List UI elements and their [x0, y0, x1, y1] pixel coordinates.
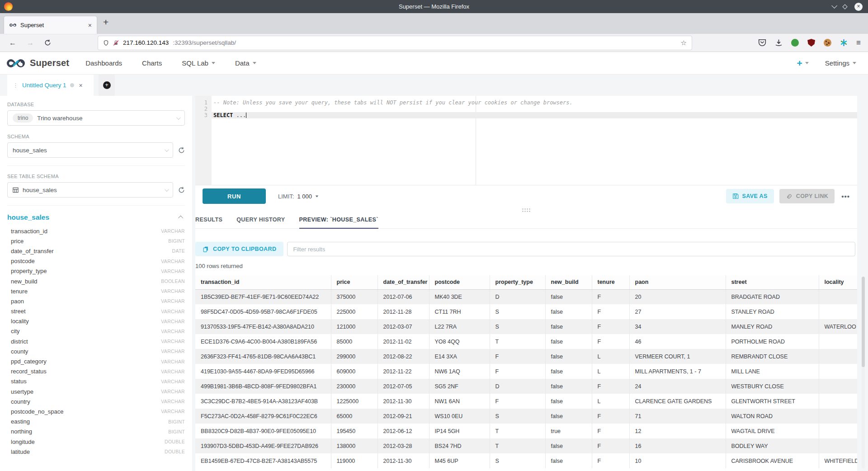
- schema-column-row[interactable]: record_status VARCHAR: [7, 367, 185, 377]
- table-cell: false: [545, 394, 592, 409]
- run-button[interactable]: RUN: [203, 188, 266, 204]
- schema-column-row[interactable]: status VARCHAR: [7, 377, 185, 386]
- schema-column-row[interactable]: street VARCHAR: [7, 306, 185, 316]
- schema-column-row[interactable]: district VARCHAR: [7, 336, 185, 346]
- table-cell: BODLEY WAY: [726, 438, 819, 453]
- refresh-schemas-icon[interactable]: [178, 147, 185, 154]
- plus-icon: +: [797, 58, 802, 69]
- column-header-postcode[interactable]: postcode: [429, 275, 490, 289]
- schema-column-row[interactable]: postcode VARCHAR: [7, 256, 185, 266]
- column-header-locality[interactable]: locality: [819, 275, 857, 289]
- new-item-button[interactable]: +: [797, 58, 809, 69]
- filter-results-input[interactable]: [287, 242, 855, 256]
- table-cell: 2012-09-21: [377, 409, 429, 424]
- schema-column-row[interactable]: date_of_transfer DATE: [7, 246, 185, 256]
- superset-navbar: Superset Dashboards Charts SQL Lab Data …: [0, 52, 868, 75]
- privacy-badger-icon[interactable]: [791, 39, 799, 47]
- schema-column-row[interactable]: easting BIGINT: [7, 417, 185, 427]
- schema-column-row[interactable]: transaction_id VARCHAR: [7, 226, 185, 236]
- save-as-button[interactable]: SAVE AS: [726, 189, 774, 203]
- url-field[interactable]: 217.160.120.143:32393/superset/sqllab/ ☆: [98, 36, 692, 50]
- query-tab-close-icon[interactable]: ×: [79, 82, 83, 89]
- sql-editor[interactable]: 1 2 3 -- Note: Unless you save your quer…: [195, 96, 857, 185]
- nav-item-charts[interactable]: Charts: [142, 59, 162, 67]
- add-query-tab-button[interactable]: +: [99, 75, 115, 96]
- column-header-transaction_id[interactable]: transaction_id: [195, 275, 331, 289]
- browser-extension-icons: ≡: [758, 38, 863, 47]
- schema-column-row[interactable]: latitude DOUBLE: [7, 447, 185, 457]
- pocket-icon[interactable]: [758, 39, 766, 47]
- schema-select[interactable]: house_sales: [7, 142, 173, 158]
- schema-column-row[interactable]: property_type VARCHAR: [7, 266, 185, 276]
- schema-column-name: country: [11, 398, 30, 405]
- results-tab[interactable]: PREVIEW: `HOUSE_SALES`: [299, 217, 378, 228]
- limit-dropdown[interactable]: LIMIT: 1 000: [278, 193, 319, 200]
- schema-column-row[interactable]: new_build BOOLEAN: [7, 276, 185, 286]
- insecure-lock-icon[interactable]: [113, 40, 119, 46]
- superset-logo[interactable]: Superset: [5, 57, 69, 70]
- forward-icon[interactable]: →: [27, 39, 34, 47]
- window-maximize-icon[interactable]: [842, 4, 847, 9]
- column-header-tenure[interactable]: tenure: [592, 275, 629, 289]
- results-tab[interactable]: QUERY HISTORY: [236, 217, 285, 228]
- table-cell: 499B1981-3B6B-4BCD-808F-9FED9802BFA1: [195, 379, 331, 394]
- drag-handle-icon[interactable]: ⋮: [13, 82, 19, 89]
- results-scrollbar[interactable]: [862, 277, 865, 468]
- schema-column-row[interactable]: postcode_no_space VARCHAR: [7, 406, 185, 416]
- schema-column-row[interactable]: tenure VARCHAR: [7, 286, 185, 296]
- column-header-property_type[interactable]: property_type: [490, 275, 545, 289]
- cookie-extension-icon[interactable]: [824, 39, 831, 47]
- schema-column-row[interactable]: ppd_category VARCHAR: [7, 356, 185, 366]
- schema-column-row[interactable]: locality VARCHAR: [7, 316, 185, 326]
- column-header-price[interactable]: price: [331, 275, 377, 289]
- schema-column-row[interactable]: usertype VARCHAR: [7, 386, 185, 396]
- editor-code-area[interactable]: -- Note: Unless you save your query, the…: [212, 96, 857, 185]
- refresh-tables-icon[interactable]: [178, 187, 185, 193]
- schema-column-row[interactable]: city VARCHAR: [7, 326, 185, 336]
- bookmark-star-icon[interactable]: ☆: [681, 39, 687, 47]
- nav-item-sql-lab[interactable]: SQL Lab: [182, 59, 215, 67]
- collapse-chevron-icon[interactable]: [178, 216, 183, 221]
- copy-link-button[interactable]: COPY LINK: [779, 189, 835, 203]
- ublock-origin-icon[interactable]: [807, 39, 815, 47]
- column-header-paon[interactable]: paon: [629, 275, 726, 289]
- tab-close-icon[interactable]: ×: [88, 22, 92, 29]
- reload-icon[interactable]: [44, 39, 51, 46]
- schema-column-row[interactable]: country VARCHAR: [7, 396, 185, 406]
- shield-permissions-icon[interactable]: [103, 40, 109, 46]
- database-select[interactable]: trino Trino warehouse: [7, 110, 185, 126]
- results-tab[interactable]: RESULTS: [195, 217, 222, 228]
- settings-menu[interactable]: Settings: [825, 59, 856, 67]
- schema-column-row[interactable]: paon VARCHAR: [7, 296, 185, 306]
- nav-item-dashboards[interactable]: Dashboards: [85, 59, 122, 67]
- download-icon[interactable]: [775, 39, 783, 47]
- more-actions-icon[interactable]: •••: [841, 193, 850, 200]
- query-tab-active[interactable]: ⋮ Untitled Query 1 ×: [7, 75, 94, 96]
- column-header-street[interactable]: street: [726, 275, 819, 289]
- window-minimize-icon[interactable]: [831, 3, 837, 9]
- schema-column-row[interactable]: northing BIGINT: [7, 427, 185, 437]
- table-cell: MILL LANE: [726, 364, 819, 379]
- nav-item-data[interactable]: Data: [235, 59, 256, 67]
- column-header-new_build[interactable]: new_build: [545, 275, 592, 289]
- table-icon: [13, 187, 19, 193]
- asterisk-extension-icon[interactable]: [840, 39, 848, 47]
- schema-column-row[interactable]: price BIGINT: [7, 236, 185, 246]
- copy-to-clipboard-button[interactable]: COPY TO CLIPBOARD: [195, 242, 283, 256]
- hamburger-menu-icon[interactable]: ≡: [856, 38, 861, 47]
- column-header-date_of_transfer[interactable]: date_of_transfer: [377, 275, 429, 289]
- table-row: 1B5C39ED-BE7F-41EF-9E71-9C60EED74A223750…: [195, 289, 857, 304]
- table-schema-select[interactable]: house_sales: [7, 182, 173, 198]
- table-schema-header[interactable]: house_sales: [7, 213, 185, 221]
- window-close-icon[interactable]: ×: [854, 3, 863, 11]
- schema-column-type: VARCHAR: [161, 228, 185, 234]
- table-cell: [819, 349, 857, 364]
- query-tabs-bar: ⋮ Untitled Query 1 × +: [0, 75, 868, 96]
- schema-column-row[interactable]: county VARCHAR: [7, 346, 185, 356]
- back-icon[interactable]: ←: [9, 39, 16, 47]
- new-tab-button[interactable]: +: [103, 17, 108, 30]
- pane-resize-handle[interactable]: [195, 207, 857, 212]
- schema-column-row[interactable]: longitude DOUBLE: [7, 437, 185, 447]
- browser-tab[interactable]: Superset ×: [4, 16, 97, 34]
- scrollbar-thumb[interactable]: [862, 277, 865, 367]
